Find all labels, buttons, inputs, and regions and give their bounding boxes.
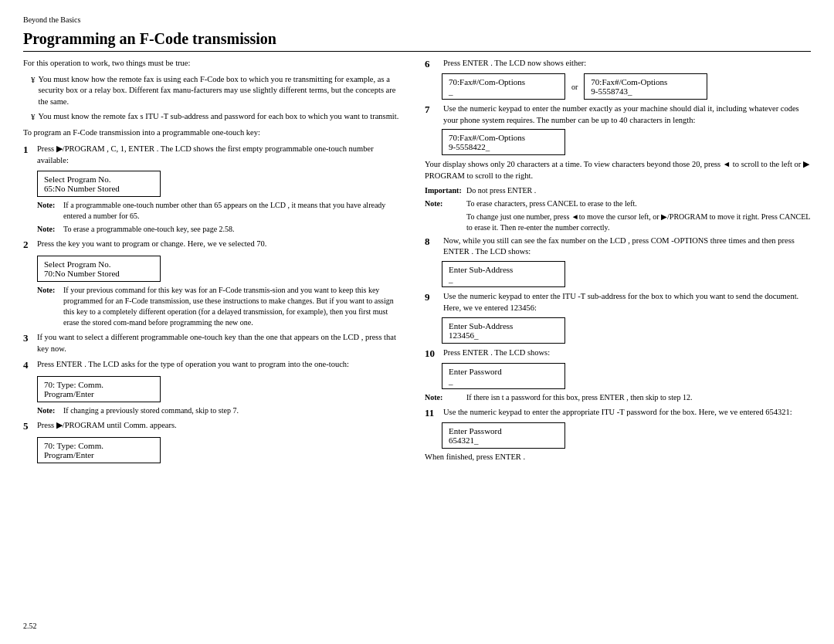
step-6-num: 6 (425, 58, 440, 70)
step-11-text: Use the numeric keypad to enter the appr… (443, 407, 792, 419)
step-9-block: 9 Use the numeric keypad to enter the IT… (425, 291, 811, 343)
note-step4: Note: If changing a previously stored co… (37, 405, 402, 416)
step-8-num: 8 (425, 236, 440, 248)
lcd-step8-line2: _ (449, 274, 558, 283)
lcd-step9: Enter Sub-Address 123456_ (442, 317, 565, 344)
step-11-block: 11 Use the numeric keypad to enter the a… (425, 407, 811, 449)
step-5-block: 5 Press ▶/PROGRAM until Comm. appears. 7… (23, 420, 402, 466)
page: Beyond the Basics Programming an F-Code … (0, 0, 834, 644)
lcd-step7-line2: 9-5558422_ (449, 142, 558, 151)
left-column: For this operation to work, two things m… (23, 58, 402, 470)
lcd-step8-line1: Enter Sub-Address (449, 265, 558, 274)
note-step1-1-text: If a programmable one-touch number other… (63, 200, 402, 222)
note-step1-2: Note: To erase a programmable one-touch … (37, 224, 402, 235)
step6-lcd-pair: 70:Fax#/Com-Options _ or 70:Fax#/Com-Opt… (442, 73, 811, 100)
step-3-block: 3 If you want to select a different prog… (23, 332, 402, 354)
note-step1-1: Note: If a programmable one-touch number… (37, 200, 402, 222)
step-1-row: 1 Press ▶/PROGRAM , C, 1, ENTER . The LC… (23, 144, 402, 166)
bullet-item-1: ¥ You must know how the remote fax is us… (31, 74, 402, 108)
step-5-row: 5 Press ▶/PROGRAM until Comm. appears. (23, 420, 402, 432)
step-7-row: 7 Use the numeric keypad to enter the nu… (425, 103, 811, 126)
or-label: or (571, 83, 578, 91)
lcd-step6b: 70:Fax#/Com-Options 9-5558743_ (584, 73, 707, 100)
lcd-step9-line2: 123456_ (449, 330, 558, 340)
lcd-step5: 70: Type: Comm. Program/Enter (37, 437, 161, 463)
intro-text: For this operation to work, two things m… (23, 58, 402, 69)
step9-lcd: Enter Sub-Address 123456_ (442, 317, 811, 344)
lcd-step10: Enter Password _ (442, 363, 565, 389)
lcd-step4: 70: Type: Comm. Program/Enter (37, 376, 161, 402)
lcd-step6b-line2: 9-5558743_ (591, 86, 700, 96)
step-2-row: 2 Press the key you want to program or c… (23, 239, 402, 251)
step11-lcd: Enter Password 654321_ (442, 422, 811, 449)
lcd-step11-line2: 654321_ (449, 436, 558, 445)
lcd-step7-line1: 70:Fax#/Com-Options (449, 133, 558, 142)
step-4-block: 4 Press ENTER . The LCD asks for the typ… (23, 359, 402, 416)
step-7-num: 7 (425, 103, 440, 116)
lcd-step7: 70:Fax#/Com-Options 9-5558422_ (442, 129, 565, 155)
step-3-text: If you want to select a different progra… (37, 332, 402, 354)
bullet-symbol-2: ¥ (31, 111, 36, 123)
step-5-text: Press ▶/PROGRAM until Comm. appears. (37, 420, 177, 432)
step-9-text: Use the numeric keypad to enter the ITU … (443, 291, 811, 314)
step-3-row: 3 If you want to select a different prog… (23, 332, 402, 354)
step7-lcd: 70:Fax#/Com-Options 9-5558422_ (442, 129, 811, 155)
lcd-step10-line1: Enter Password (449, 367, 558, 376)
bullet-symbol-1: ¥ (31, 74, 36, 108)
step-2-block: 2 Press the key you want to program or c… (23, 239, 402, 328)
change-note-row: To change just one number, press ◄to mov… (425, 212, 811, 233)
breadcrumb: Beyond the Basics (23, 15, 811, 24)
right-column: 6 Press ENTER . The LCD now shows either… (425, 58, 811, 470)
step-9-row: 9 Use the numeric keypad to enter the IT… (425, 291, 811, 314)
step-4-num: 4 (23, 359, 34, 371)
important-note-row: Important: Do not press ENTER . (425, 185, 811, 196)
erase-note-text: To erase characters, press CANCEL to era… (466, 198, 637, 209)
step-9-num: 9 (425, 291, 440, 303)
lcd-step6a-line1: 70:Fax#/Com-Options (449, 77, 558, 86)
lcd-step6b-line1: 70:Fax#/Com-Options (591, 77, 700, 86)
step10-note-row: Note: If there isn t a password for this… (425, 392, 811, 403)
lcd-step9-line1: Enter Sub-Address (449, 321, 558, 330)
note-step2-text: If your previous command for this key wa… (63, 285, 402, 328)
step-1-block: 1 Press ▶/PROGRAM , C, 1, ENTER . The LC… (23, 144, 402, 235)
step-8-block: 8 Now, while you still can see the fax n… (425, 236, 811, 287)
step-2-num: 2 (23, 239, 34, 251)
lcd-step1: Select Program No. 65:No Number Stored (37, 171, 161, 197)
lcd-step2-line1: Select Program No. (44, 259, 154, 269)
bullet-text-2: You must know the remote fax s ITU -T su… (39, 111, 399, 123)
bullet-list: ¥ You must know how the remote fax is us… (31, 74, 402, 123)
lcd-step5-line1: 70: Type: Comm. (44, 441, 154, 450)
change-note-text: To change just one number, press ◄to mov… (466, 212, 811, 233)
bullet-text-1: You must know how the remote fax is usin… (39, 74, 402, 108)
step-10-block: 10 Press ENTER . The LCD shows: Enter Pa… (425, 347, 811, 403)
lcd-step4-line2: Program/Enter (44, 389, 154, 398)
lcd-step8: Enter Sub-Address _ (442, 261, 565, 287)
bullet-item-2: ¥ You must know the remote fax s ITU -T … (31, 111, 402, 123)
step-11-row: 11 Use the numeric keypad to enter the a… (425, 407, 811, 419)
step-11-num: 11 (425, 407, 440, 419)
finished-text: When finished, press ENTER . (425, 452, 811, 461)
note-step4-text: If changing a previously stored command,… (63, 405, 239, 416)
step-7-text: Use the numeric keypad to enter the numb… (443, 103, 811, 126)
display-note: Your display shows only 20 characters at… (425, 159, 811, 181)
lcd-step4-line1: 70: Type: Comm. (44, 380, 154, 389)
step-6-text: Press ENTER . The LCD now shows either: (443, 58, 586, 69)
note-step1-2-text: To erase a programmable one-touch key, s… (63, 224, 235, 235)
step-10-num: 10 (425, 347, 440, 360)
lcd-step1-line1: Select Program No. (44, 175, 154, 184)
step-8-text: Now, while you still can see the fax num… (443, 236, 811, 258)
important-note-text: Do not press ENTER . (466, 185, 536, 196)
step-8-row: 8 Now, while you still can see the fax n… (425, 236, 811, 258)
lcd-step6a: 70:Fax#/Com-Options _ (442, 73, 565, 100)
step-10-text: Press ENTER . The LCD shows: (443, 347, 550, 359)
lcd-step2-line2: 70:No Number Stored (44, 269, 154, 278)
lcd-step11-line1: Enter Password (449, 426, 558, 436)
step-4-row: 4 Press ENTER . The LCD asks for the typ… (23, 359, 402, 371)
step-3-num: 3 (23, 332, 34, 344)
to-program-text: To program an F-Code transmission into a… (23, 127, 402, 139)
note-step2: Note: If your previous command for this … (37, 285, 402, 328)
step-5-num: 5 (23, 420, 34, 432)
step-6-row: 6 Press ENTER . The LCD now shows either… (425, 58, 811, 70)
step8-lcd: Enter Sub-Address _ (442, 261, 811, 287)
step-10-row: 10 Press ENTER . The LCD shows: (425, 347, 811, 360)
